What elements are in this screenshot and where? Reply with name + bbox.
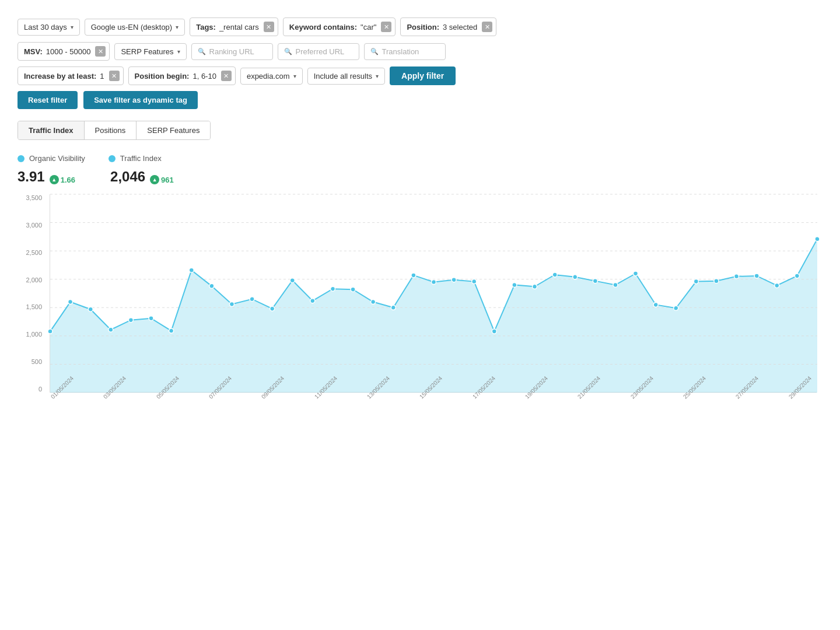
serp-features-filter[interactable]: SERP Features ▾ <box>114 43 186 60</box>
tab-positions[interactable]: Positions <box>85 121 137 139</box>
chart-data-point <box>613 282 618 287</box>
domain-filter[interactable]: expedia.com ▾ <box>240 68 303 85</box>
chart-data-point <box>250 297 254 302</box>
tags-filter-label: Tags: <box>196 23 216 32</box>
y-axis-label: 3,500 <box>18 194 47 201</box>
translation-search-icon: 🔍 <box>370 48 379 55</box>
increase-filter-value: 1 <box>100 72 104 80</box>
x-axis: 01/05/202403/05/202405/05/202407/05/2024… <box>50 393 817 416</box>
position-begin-value: 1, 6-10 <box>192 72 216 80</box>
traffic-chart: 05001,0001,5002,0002,5003,0003,500 01/05… <box>18 194 822 416</box>
date-range-arrow: ▾ <box>71 24 74 30</box>
legend-organic: Organic Visibility <box>18 154 85 163</box>
position-begin-filter[interactable]: Position begin: 1, 6-10 ✕ <box>128 66 236 85</box>
preferred-url-placeholder: Preferred URL <box>296 47 345 56</box>
preferred-url-input[interactable]: 🔍 Preferred URL <box>278 43 359 60</box>
traffic-up-icon: ▲ <box>150 175 159 184</box>
organic-visibility-change: ▲ 1.66 <box>50 175 75 184</box>
translation-input[interactable]: 🔍 Translation <box>364 43 446 60</box>
traffic-change-value: 961 <box>161 176 174 184</box>
preferred-url-search-icon: 🔍 <box>284 48 292 55</box>
msv-remove-btn[interactable]: ✕ <box>95 46 106 57</box>
chart-data-point <box>189 268 194 272</box>
filter-row-2: MSV: 1000 - 50000 ✕ SERP Features ▾ 🔍 Ra… <box>18 42 822 61</box>
results-label: Include all results <box>314 72 372 80</box>
msv-filter-value: 1000 - 50000 <box>46 47 91 56</box>
chart-data-point <box>533 284 537 289</box>
apply-filter-button[interactable]: Apply filter <box>390 66 456 85</box>
y-axis-label: 1,000 <box>18 331 47 338</box>
metrics-row: 3.91 ▲ 1.66 2,046 ▲ 961 <box>18 169 822 185</box>
chart-data-point <box>794 274 799 278</box>
increase-filter[interactable]: Increase by at least: 1 ✕ <box>18 66 124 85</box>
tab-serp-features[interactable]: SERP Features <box>136 121 210 139</box>
keyword-filter[interactable]: Keyword contains: "car" ✕ <box>283 18 396 36</box>
chart-data-point <box>674 306 678 310</box>
reset-filter-button[interactable]: Reset filter <box>18 91 78 109</box>
y-axis-label: 500 <box>18 358 47 365</box>
traffic-index-value: 2,046 <box>110 169 145 185</box>
chart-data-point <box>694 279 698 284</box>
y-axis-label: 0 <box>18 386 47 393</box>
position-remove-btn[interactable]: ✕ <box>482 22 492 32</box>
tab-traffic-index[interactable]: Traffic Index <box>18 121 85 139</box>
chart-data-point <box>815 237 820 242</box>
y-axis-label: 2,000 <box>18 276 47 284</box>
ranking-url-input[interactable]: 🔍 Ranking URL <box>191 43 273 60</box>
position-begin-label: Position begin: <box>135 72 190 80</box>
chart-data-point <box>68 300 73 304</box>
search-engine-label: Google us-EN (desktop) <box>91 23 172 32</box>
msv-filter-label: MSV: <box>24 47 43 56</box>
chart-data-point <box>128 318 133 323</box>
chart-drawing-area <box>50 194 817 393</box>
increase-remove-btn[interactable]: ✕ <box>109 71 120 81</box>
date-range-label: Last 30 days <box>24 23 67 32</box>
chart-data-point <box>714 279 719 284</box>
organic-visibility-metric: 3.91 ▲ 1.66 <box>18 169 75 185</box>
chart-data-point <box>452 278 456 282</box>
keyword-filter-label: Keyword contains: <box>289 23 357 32</box>
chart-data-point <box>330 286 335 291</box>
position-filter-label: Position: <box>407 23 439 32</box>
y-axis-label: 2,500 <box>18 249 47 256</box>
chart-data-point <box>411 273 416 278</box>
results-filter[interactable]: Include all results ▾ <box>307 68 385 85</box>
chart-data-point <box>653 302 658 307</box>
chart-data-point <box>634 271 638 276</box>
filter-row-1: Last 30 days ▾ Google us-EN (desktop) ▾ … <box>18 18 822 36</box>
chart-data-point <box>149 316 153 321</box>
keyword-filter-value: "car" <box>360 23 376 32</box>
domain-arrow: ▾ <box>293 73 296 79</box>
chart-area-fill <box>50 239 817 393</box>
chart-data-point <box>290 278 295 283</box>
date-range-filter[interactable]: Last 30 days ▾ <box>18 19 80 36</box>
position-filter[interactable]: Position: 3 selected ✕ <box>400 18 496 36</box>
chart-data-point <box>775 283 779 288</box>
chart-data-point <box>391 305 396 310</box>
keyword-remove-btn[interactable]: ✕ <box>381 22 391 32</box>
chart-data-point <box>754 274 759 278</box>
search-engine-filter[interactable]: Google us-EN (desktop) ▾ <box>85 19 185 36</box>
chart-tabs: Traffic Index Positions SERP Features <box>18 121 211 140</box>
tags-filter[interactable]: Tags: _rental cars ✕ <box>190 18 278 36</box>
y-axis-label: 3,000 <box>18 222 47 229</box>
tags-remove-btn[interactable]: ✕ <box>264 22 274 32</box>
organic-up-icon: ▲ <box>50 175 59 184</box>
msv-filter[interactable]: MSV: 1000 - 50000 ✕ <box>18 42 110 61</box>
traffic-index-legend-label: Traffic Index <box>120 154 162 163</box>
y-axis: 05001,0001,5002,0002,5003,0003,500 <box>18 194 47 393</box>
search-engine-arrow: ▾ <box>176 24 178 30</box>
chart-data-point <box>472 279 477 284</box>
translation-placeholder: Translation <box>382 47 419 56</box>
domain-label: expedia.com <box>247 72 290 80</box>
chart-data-point <box>573 275 578 279</box>
tags-filter-value: _rental cars <box>219 23 259 32</box>
traffic-index-change: ▲ 961 <box>150 175 174 184</box>
y-axis-label: 1,500 <box>18 303 47 310</box>
organic-visibility-dot <box>18 155 24 162</box>
chart-legend: Organic Visibility Traffic Index <box>18 154 822 163</box>
save-filter-button[interactable]: Save filter as dynamic tag <box>83 91 198 109</box>
action-row: Reset filter Save filter as dynamic tag <box>18 91 822 109</box>
chart-data-point <box>169 328 174 333</box>
position-begin-remove-btn[interactable]: ✕ <box>221 71 232 81</box>
